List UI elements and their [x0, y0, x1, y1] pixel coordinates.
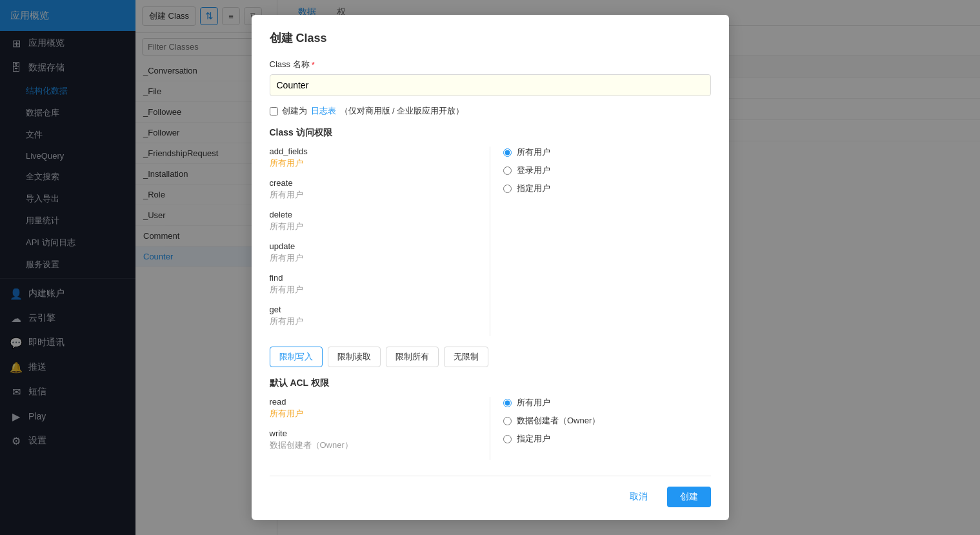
acl-row-read: read 所有用户 [270, 397, 477, 419]
acl-radio-owner[interactable]: 数据创建者（Owner） [503, 415, 711, 427]
acl-radio-owner-input[interactable] [503, 417, 512, 425]
perm-name: create [270, 178, 477, 188]
acl-row-update: update 所有用户 [270, 241, 477, 264]
modal-overlay[interactable]: 创建 Class Class 名称 * 创建为 日志表 （仅对商用版 / 企业版… [0, 0, 980, 535]
acl-two-col-2: read 所有用户 write 数据创建者（Owner） 所有用户 数据创 [270, 397, 711, 460]
restrict-buttons: 限制写入 限制读取 限制所有 无限制 [270, 347, 711, 367]
acl-row-write: write 数据创建者（Owner） [270, 429, 477, 451]
acl-row-create: create 所有用户 [270, 178, 477, 201]
modal-footer: 取消 创建 [270, 476, 711, 507]
perm-name: find [270, 273, 477, 283]
perm-name: update [270, 241, 477, 251]
log-table-label: 创建为 [282, 105, 307, 117]
acl-radio-specific-input[interactable] [503, 435, 512, 443]
radio-all-users-input[interactable] [503, 148, 512, 157]
acl-radio-col: 所有用户 登录用户 指定用户 [490, 146, 711, 336]
perm-value: 所有用户 [270, 157, 477, 169]
perm-value: 所有用户 [270, 189, 477, 201]
radio-specific-users[interactable]: 指定用户 [503, 183, 711, 194]
perm-name: get [270, 305, 477, 314]
perm-value: 所有用户 [270, 284, 477, 296]
perm-name: add_fields [270, 146, 477, 156]
no-restrict-button[interactable]: 无限制 [444, 347, 488, 367]
perm-name: write [270, 429, 477, 438]
acl-two-col: add_fields 所有用户 create 所有用户 delete 所有用户 … [270, 146, 711, 336]
radio-specific-users-input[interactable] [503, 185, 512, 193]
log-table-row: 创建为 日志表 （仅对商用版 / 企业版应用开放） [270, 105, 711, 117]
restrict-read-button[interactable]: 限制读取 [328, 347, 381, 367]
log-table-checkbox[interactable] [270, 107, 278, 116]
perm-value: 数据创建者（Owner） [270, 439, 477, 451]
acl-perms-col-2: read 所有用户 write 数据创建者（Owner） [270, 397, 491, 460]
radio-logged-users-input[interactable] [503, 167, 512, 175]
acl-radio-all-users[interactable]: 所有用户 [503, 397, 711, 409]
acl-row-get: get 所有用户 [270, 305, 477, 327]
class-name-input[interactable] [270, 74, 711, 96]
radio-label: 所有用户 [517, 146, 550, 158]
confirm-button[interactable]: 创建 [667, 487, 711, 507]
required-mark: * [312, 60, 315, 70]
radio-label: 登录用户 [517, 165, 550, 176]
acl-radio-all-users-input[interactable] [503, 399, 512, 407]
acl-row-add-fields: add_fields 所有用户 [270, 146, 477, 169]
restrict-write-button[interactable]: 限制写入 [270, 347, 323, 367]
acl-radio-col-2: 所有用户 数据创建者（Owner） 指定用户 [490, 397, 711, 460]
acl-section-title: Class 访问权限 [270, 127, 711, 139]
perm-value: 所有用户 [270, 408, 477, 419]
cancel-button[interactable]: 取消 [618, 487, 659, 507]
acl-radio-specific[interactable]: 指定用户 [503, 433, 711, 445]
create-class-modal: 创建 Class Class 名称 * 创建为 日志表 （仅对商用版 / 企业版… [252, 15, 729, 520]
acl-radio-group-2: 所有用户 数据创建者（Owner） 指定用户 [503, 397, 711, 445]
perm-name: read [270, 397, 477, 407]
acl-row-find: find 所有用户 [270, 273, 477, 296]
radio-all-users[interactable]: 所有用户 [503, 146, 711, 158]
default-acl-title: 默认 ACL 权限 [270, 378, 711, 389]
perm-value: 所有用户 [270, 221, 477, 232]
perm-name: delete [270, 210, 477, 219]
acl-radio-group: 所有用户 登录用户 指定用户 [503, 146, 711, 194]
perm-value: 所有用户 [270, 252, 477, 264]
radio-label: 数据创建者（Owner） [517, 415, 600, 427]
radio-label: 指定用户 [517, 183, 550, 194]
radio-label: 指定用户 [517, 433, 550, 445]
log-table-suffix: （仅对商用版 / 企业版应用开放） [340, 105, 465, 117]
class-name-label: Class 名称 * [270, 59, 711, 70]
perm-value: 所有用户 [270, 316, 477, 327]
modal-title: 创建 Class [270, 30, 711, 46]
restrict-all-button[interactable]: 限制所有 [386, 347, 439, 367]
acl-row-delete: delete 所有用户 [270, 210, 477, 232]
acl-perms-col: add_fields 所有用户 create 所有用户 delete 所有用户 … [270, 146, 491, 336]
radio-label: 所有用户 [517, 397, 550, 409]
radio-logged-users[interactable]: 登录用户 [503, 165, 711, 176]
log-table-link[interactable]: 日志表 [311, 105, 336, 117]
